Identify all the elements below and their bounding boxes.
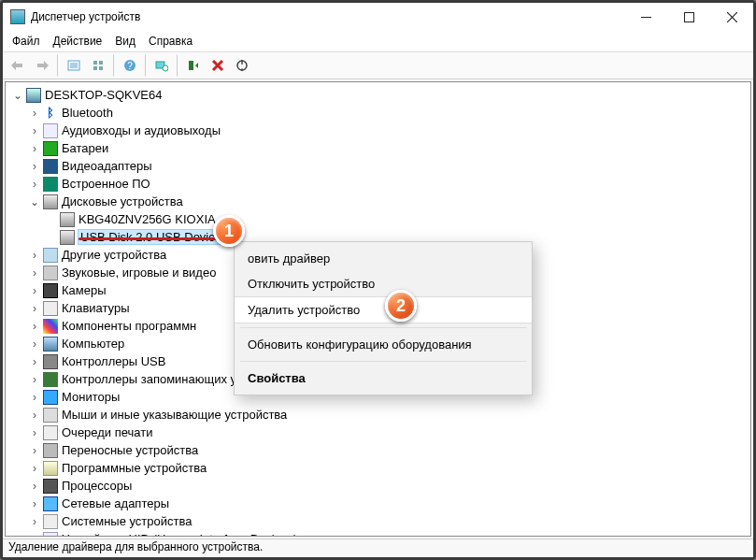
root-label: DESKTOP-SQKVE64: [45, 88, 162, 102]
other-icon: [43, 248, 58, 263]
statusbar: Удаление драйвера для выбранного устройс…: [3, 538, 753, 557]
cat-label: Системные устройства: [62, 514, 192, 528]
cat-cpu[interactable]: ›Процессоры: [6, 477, 750, 495]
expand-icon[interactable]: ›: [26, 178, 43, 191]
expand-icon[interactable]: ›: [26, 426, 43, 439]
expand-icon[interactable]: ›: [26, 373, 43, 386]
close-button[interactable]: [710, 3, 753, 31]
expand-icon[interactable]: ›: [26, 462, 43, 475]
ctx-separator: [240, 361, 526, 362]
cat-label: Bluetooth: [62, 106, 113, 120]
cat-system[interactable]: ›Системные устройства: [6, 512, 750, 530]
cat-label: Клавиатуры: [62, 301, 130, 315]
menu-view[interactable]: Вид: [109, 33, 141, 50]
expand-icon[interactable]: ›: [26, 266, 43, 280]
help-button[interactable]: ?: [119, 54, 141, 77]
firmware-icon: [43, 177, 58, 192]
expand-icon[interactable]: ›: [26, 107, 43, 120]
computer-icon: [26, 88, 41, 103]
tree-root[interactable]: ⌄ DESKTOP-SQKVE64: [6, 86, 750, 104]
cat-label: Другие устройства: [62, 248, 166, 262]
show-hidden-button[interactable]: [87, 54, 109, 77]
cat-label: Мониторы: [62, 390, 120, 404]
cat-portable[interactable]: ›Переносные устройства: [6, 441, 750, 459]
cat-label: Звуковые, игровые и видео: [62, 266, 216, 280]
cat-label: Программные устройства: [62, 461, 207, 475]
collapse-icon[interactable]: ⌄: [9, 89, 26, 102]
disable-button[interactable]: [231, 54, 253, 77]
cat-battery[interactable]: ›Батареи: [6, 139, 750, 157]
processor-icon: [43, 479, 58, 494]
expand-icon[interactable]: ›: [26, 302, 43, 315]
expand-icon[interactable]: ›: [26, 355, 43, 368]
system-icon: [43, 514, 58, 529]
cat-hid[interactable]: ›Устройства HID (Human Interface Devices…: [6, 530, 750, 537]
expand-icon[interactable]: ›: [26, 480, 43, 493]
maximize-button[interactable]: [667, 3, 710, 31]
expand-icon[interactable]: ›: [26, 444, 43, 457]
annotation-badge-2: 2: [385, 290, 417, 322]
details-button[interactable]: [63, 54, 85, 77]
collapse-icon[interactable]: ⌄: [26, 195, 43, 208]
minimize-button[interactable]: [624, 3, 667, 31]
monitor-icon: [43, 390, 58, 405]
menu-action[interactable]: Действие: [48, 33, 108, 50]
expand-icon[interactable]: ›: [26, 124, 43, 137]
menubar: Файл Действие Вид Справка: [3, 31, 753, 51]
cat-mouse[interactable]: ›Мыши и иные указывающие устройства: [6, 406, 750, 424]
bluetooth-icon: ᛒ: [43, 106, 58, 121]
expand-icon[interactable]: ›: [26, 142, 43, 155]
menu-file[interactable]: Файл: [7, 33, 46, 50]
ctx-separator: [240, 327, 526, 328]
device-manager-window: Диспетчер устройств Файл Действие Вид Сп…: [3, 3, 753, 557]
update-driver-button[interactable]: [182, 54, 205, 77]
expand-icon[interactable]: ›: [26, 533, 43, 538]
back-button[interactable]: [7, 54, 29, 77]
expand-icon[interactable]: ›: [26, 337, 43, 351]
expand-icon[interactable]: ›: [26, 284, 43, 297]
svg-rect-9: [99, 61, 103, 65]
ctx-properties[interactable]: Свойства: [235, 366, 532, 391]
cat-disk[interactable]: ⌄Дисковые устройства: [6, 193, 750, 210]
ctx-update-driver[interactable]: овить драйвер: [235, 246, 532, 271]
audio-icon: [43, 123, 58, 138]
device-label: KBG40ZNV256G KIOXIA: [78, 212, 216, 226]
cat-label: Камеры: [62, 283, 107, 297]
printer-icon: [43, 425, 58, 440]
software-icon: [43, 319, 58, 334]
cat-label: Мыши и иные указывающие устройства: [62, 408, 287, 422]
disk-icon: [43, 194, 58, 209]
disk-kioxia[interactable]: KBG40ZNV256G KIOXIA: [6, 210, 750, 228]
cat-label: Контроллеры USB: [62, 354, 165, 368]
cat-network[interactable]: ›Сетевые адаптеры: [6, 495, 750, 512]
cat-bluetooth[interactable]: ›ᛒBluetooth: [6, 104, 750, 122]
annotation-badge-1: 1: [213, 215, 245, 247]
expand-icon[interactable]: ›: [26, 515, 43, 528]
ctx-scan-hardware[interactable]: Обновить конфигурацию оборудования: [235, 332, 532, 357]
cat-printq[interactable]: ›Очереди печати: [6, 424, 750, 441]
expand-icon[interactable]: ›: [26, 409, 43, 422]
battery-icon: [43, 141, 58, 156]
expand-icon[interactable]: ›: [26, 160, 43, 173]
expand-icon[interactable]: ›: [26, 249, 43, 262]
ctx-disable-device[interactable]: Отключить устройство: [235, 271, 532, 296]
cat-firmware[interactable]: ›Встроенное ПО: [6, 175, 750, 193]
cat-audio[interactable]: ›Аудиовходы и аудиовыходы: [6, 122, 750, 139]
menu-help[interactable]: Справка: [143, 33, 198, 50]
titlebar[interactable]: Диспетчер устройств: [3, 3, 753, 31]
disk-icon: [60, 230, 75, 245]
expand-icon[interactable]: ›: [26, 497, 43, 510]
forward-button[interactable]: [31, 54, 53, 77]
svg-text:?: ?: [127, 61, 133, 71]
cat-label: Очереди печати: [62, 425, 153, 439]
device-tree-pane[interactable]: ⌄ DESKTOP-SQKVE64 ›ᛒBluetooth ›Аудиовход…: [5, 81, 751, 537]
cat-video[interactable]: ›Видеоадаптеры: [6, 157, 750, 175]
ctx-uninstall-device[interactable]: Удалить устройство: [235, 296, 532, 323]
cat-label: Аудиовходы и аудиовыходы: [62, 123, 221, 137]
scan-hardware-button[interactable]: [150, 54, 173, 77]
network-icon: [43, 496, 58, 511]
expand-icon[interactable]: ›: [26, 320, 43, 333]
uninstall-button[interactable]: [207, 54, 229, 77]
expand-icon[interactable]: ›: [26, 391, 43, 404]
cat-progdev[interactable]: ›Программные устройства: [6, 459, 750, 477]
